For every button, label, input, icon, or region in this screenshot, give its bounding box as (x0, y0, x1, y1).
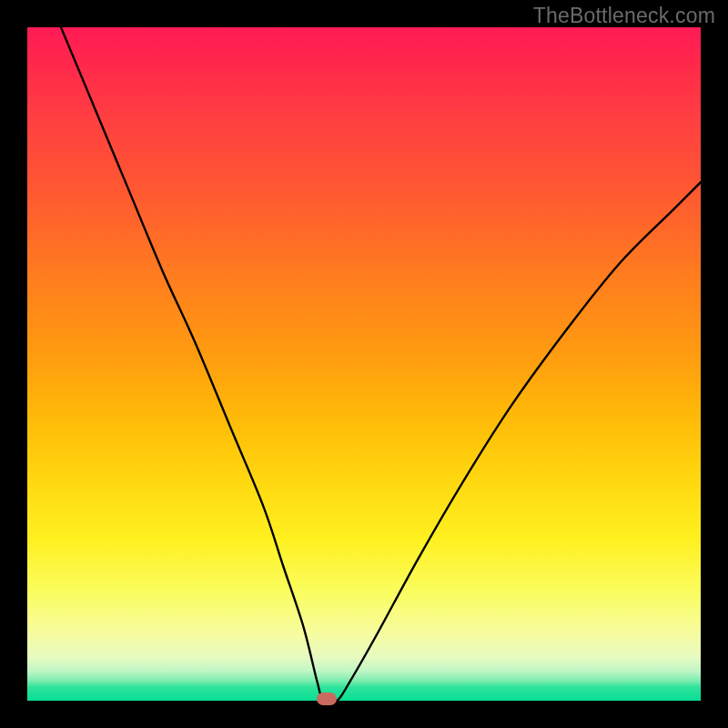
watermark-text: TheBottleneck.com (533, 4, 715, 28)
plot-area (27, 27, 701, 701)
optimum-marker (317, 693, 337, 705)
chart-frame: TheBottleneck.com (0, 0, 728, 728)
bottleneck-curve (27, 27, 701, 701)
